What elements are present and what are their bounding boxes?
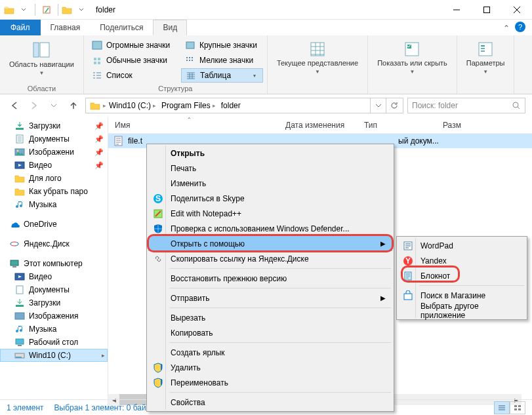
qat-properties-button[interactable] bbox=[39, 3, 54, 17]
ctx-notepadpp[interactable]: Edit with Notepad++ bbox=[148, 206, 392, 221]
breadcrumb-segment[interactable]: Wind10 (C:)▸ bbox=[106, 98, 159, 113]
ctx-cut[interactable]: Вырезать bbox=[148, 310, 392, 325]
navigation-pane-button[interactable]: Область навигации ▼ bbox=[4, 38, 79, 83]
ctx-properties[interactable]: Свойства bbox=[148, 395, 392, 410]
context-submenu-open-with: WordPad YYandex Блокнот Поиск в Магазине… bbox=[396, 236, 527, 320]
folder-icon bbox=[90, 101, 100, 110]
column-size[interactable]: Разм bbox=[436, 121, 476, 130]
sidebar-item-music[interactable]: Музыка bbox=[0, 198, 108, 211]
svg-rect-37 bbox=[16, 339, 24, 344]
ctx-restore[interactable]: Восстановить прежнюю версию bbox=[148, 271, 392, 286]
layout-list[interactable]: Список bbox=[88, 68, 176, 83]
svg-rect-36 bbox=[15, 313, 24, 319]
minimize-button[interactable] bbox=[441, 0, 472, 20]
ctx-copy[interactable]: Копировать bbox=[148, 325, 392, 340]
ctx-yandex-link[interactable]: Скопировать ссылку на Яндекс.Диске bbox=[148, 251, 392, 266]
current-view-button[interactable]: Текущее представление ▼ bbox=[272, 38, 363, 92]
sidebar-item-downloads[interactable]: Загрузки📌 bbox=[0, 119, 108, 132]
ctx-delete[interactable]: Удалить bbox=[148, 360, 392, 375]
layout-small-icons[interactable]: Мелкие значки bbox=[181, 53, 263, 68]
maximize-button[interactable] bbox=[472, 0, 502, 20]
sidebar-item-video[interactable]: Видео📌 bbox=[0, 159, 108, 172]
sub-notepad[interactable]: Блокнот bbox=[398, 268, 525, 283]
sub-choose-app[interactable]: Выбрать другое приложение bbox=[398, 303, 525, 318]
ctx-open-with[interactable]: Открыть с помощью▶ bbox=[148, 236, 392, 251]
current-view-label: Текущее представление bbox=[277, 59, 358, 68]
sub-yandex[interactable]: YYandex bbox=[398, 253, 525, 268]
forward-button[interactable] bbox=[26, 98, 42, 113]
defender-icon bbox=[152, 223, 164, 235]
ctx-rename[interactable]: Переименовать bbox=[148, 375, 392, 390]
layout-large-icons[interactable]: Крупные значки bbox=[181, 38, 263, 52]
view-tab[interactable]: Вид bbox=[153, 20, 187, 35]
show-hide-button[interactable]: Показать или скрыть ▼ bbox=[372, 38, 453, 92]
svg-point-23 bbox=[513, 102, 518, 108]
refresh-button[interactable] bbox=[386, 98, 401, 113]
svg-rect-22 bbox=[481, 50, 485, 52]
svg-rect-14 bbox=[189, 60, 190, 61]
home-tab[interactable]: Главная bbox=[41, 20, 91, 35]
sidebar-item-drive-c[interactable]: Wind10 (C:)▸ bbox=[0, 349, 108, 362]
sidebar-item-downloads[interactable]: Загрузки bbox=[0, 296, 108, 309]
yandex-icon: Y bbox=[402, 255, 414, 267]
layout-huge-icons[interactable]: Огромные значки bbox=[88, 38, 176, 52]
options-button[interactable]: Параметры ▼ bbox=[461, 38, 510, 92]
svg-point-27 bbox=[17, 150, 19, 152]
sub-wordpad[interactable]: WordPad bbox=[398, 238, 525, 253]
svg-rect-20 bbox=[481, 45, 485, 47]
sidebar-item-music[interactable]: Музыка bbox=[0, 323, 108, 336]
sidebar-item-folder[interactable]: Для лого bbox=[0, 172, 108, 185]
breadcrumb-segment[interactable]: folder bbox=[218, 98, 243, 113]
svg-rect-2 bbox=[33, 43, 39, 57]
layout-details[interactable]: Таблица▾ bbox=[181, 68, 263, 83]
text-file-icon bbox=[113, 136, 124, 146]
share-tab[interactable]: Поделиться bbox=[90, 20, 153, 35]
svg-rect-4 bbox=[92, 41, 102, 49]
file-tab[interactable]: Файл bbox=[0, 20, 41, 35]
ctx-edit[interactable]: Изменить bbox=[148, 176, 392, 191]
status-item-count: 1 элемент bbox=[7, 403, 44, 412]
notepadpp-icon bbox=[152, 208, 164, 220]
window-title: folder bbox=[96, 5, 115, 14]
ribbon-group-show-hide: Показать или скрыть ▼ bbox=[368, 35, 457, 94]
column-name[interactable]: Имя bbox=[108, 121, 279, 130]
search-input[interactable]: Поиск: folder bbox=[407, 98, 525, 113]
context-menu: Открыть Печать Изменить SПоделиться в Sk… bbox=[146, 144, 394, 412]
column-date[interactable]: Дата изменения bbox=[279, 121, 358, 130]
breadcrumb-segment[interactable]: Program Files▸ bbox=[159, 98, 218, 113]
sidebar-item-documents[interactable]: Документы bbox=[0, 283, 108, 296]
thumbnails-view-toggle[interactable] bbox=[510, 401, 525, 414]
ctx-send-to[interactable]: Отправить▶ bbox=[148, 290, 392, 306]
qat-dropdown-button[interactable] bbox=[16, 3, 31, 17]
navigation-tree[interactable]: Загрузки📌 Документы📌 Изображени📌 Видео📌 … bbox=[0, 117, 108, 405]
column-headers: Имя Дата изменения Тип Разм bbox=[108, 117, 532, 134]
sidebar-item-documents[interactable]: Документы📌 bbox=[0, 132, 108, 146]
ctx-defender[interactable]: Проверка с использованием Windows Defend… bbox=[148, 221, 392, 236]
qat-dropdown-button[interactable] bbox=[73, 3, 89, 17]
sidebar-item-folder[interactable]: Как убрать паро bbox=[0, 185, 108, 198]
details-view-toggle[interactable] bbox=[494, 401, 510, 414]
minimize-ribbon-icon[interactable]: ⌃ bbox=[503, 24, 510, 33]
ctx-print[interactable]: Печать bbox=[148, 161, 392, 176]
help-button[interactable]: ? bbox=[515, 22, 525, 32]
close-button[interactable] bbox=[502, 0, 532, 20]
address-dropdown-button[interactable] bbox=[370, 98, 386, 113]
sidebar-item-video[interactable]: Видео bbox=[0, 270, 108, 283]
sidebar-item-onedrive[interactable]: OneDrive bbox=[0, 218, 108, 231]
ctx-skype[interactable]: SПоделиться в Skype bbox=[148, 191, 392, 206]
svg-rect-15 bbox=[192, 60, 193, 61]
address-bar[interactable]: ▸ Wind10 (C:)▸ Program Files▸ folder bbox=[85, 98, 403, 113]
sidebar-item-images[interactable]: Изображени📌 bbox=[0, 146, 108, 159]
ctx-create-shortcut[interactable]: Создать ярлык bbox=[148, 345, 392, 360]
column-type[interactable]: Тип bbox=[358, 121, 436, 130]
ribbon-group-label: Структура bbox=[88, 83, 263, 92]
layout-medium-icons[interactable]: Обычные значки bbox=[88, 53, 176, 68]
sidebar-item-yandex-disk[interactable]: Яндекс.Диск bbox=[0, 237, 108, 250]
back-button[interactable] bbox=[7, 98, 22, 113]
ctx-open[interactable]: Открыть bbox=[148, 146, 392, 161]
sidebar-item-desktop[interactable]: Рабочий стол bbox=[0, 336, 108, 349]
sidebar-item-this-pc[interactable]: Этот компьютер bbox=[0, 257, 108, 270]
up-button[interactable] bbox=[66, 98, 81, 113]
sidebar-item-images[interactable]: Изображения bbox=[0, 309, 108, 323]
recent-locations-button[interactable] bbox=[46, 98, 62, 113]
